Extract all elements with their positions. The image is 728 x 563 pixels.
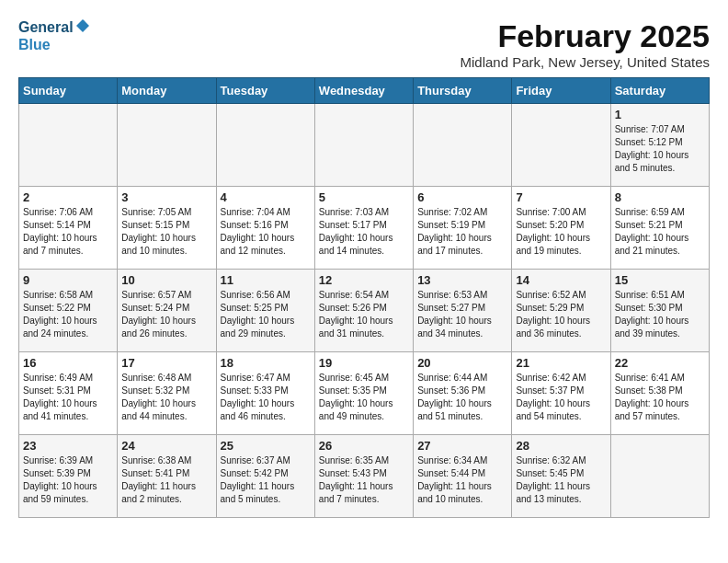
day-number: 14: [516, 273, 606, 287]
calendar-table: Sunday Monday Tuesday Wednesday Thursday…: [18, 77, 710, 518]
day-number: 19: [319, 356, 409, 370]
day-number: 9: [23, 273, 113, 287]
day-info: Sunrise: 6:32 AM Sunset: 5:45 PM Dayligh…: [516, 454, 606, 506]
calendar-title: February 2025: [460, 18, 710, 54]
day-info: Sunrise: 6:49 AM Sunset: 5:31 PM Dayligh…: [23, 372, 113, 423]
day-number: 10: [121, 273, 211, 287]
day-info: Sunrise: 6:34 AM Sunset: 5:44 PM Dayligh…: [417, 454, 507, 506]
calendar-cell: [314, 104, 413, 187]
day-info: Sunrise: 7:04 AM Sunset: 5:16 PM Dayligh…: [221, 206, 311, 258]
day-number: 13: [417, 273, 507, 287]
calendar-row-4: 16Sunrise: 6:49 AM Sunset: 5:31 PM Dayli…: [19, 352, 710, 435]
calendar-cell: 14Sunrise: 6:52 AM Sunset: 5:29 PM Dayli…: [512, 270, 610, 352]
calendar-cell: [610, 435, 709, 518]
day-number: 22: [615, 356, 705, 370]
calendar-row-1: 1Sunrise: 7:07 AM Sunset: 5:12 PM Daylig…: [19, 104, 710, 187]
header-sunday: Sunday: [19, 78, 118, 104]
day-number: 25: [221, 439, 311, 453]
day-number: 16: [23, 356, 113, 370]
day-info: Sunrise: 6:44 AM Sunset: 5:36 PM Dayligh…: [417, 372, 507, 423]
day-number: 21: [516, 356, 606, 370]
page-header: General Blue February 2025 Midland Park,…: [18, 18, 710, 70]
day-info: Sunrise: 6:56 AM Sunset: 5:25 PM Dayligh…: [221, 289, 311, 340]
header-monday: Monday: [118, 78, 216, 104]
day-number: 2: [23, 190, 113, 204]
day-info: Sunrise: 6:41 AM Sunset: 5:38 PM Dayligh…: [615, 372, 705, 423]
day-number: 1: [615, 108, 705, 121]
logo-text: General Blue: [18, 18, 90, 53]
day-info: Sunrise: 6:59 AM Sunset: 5:21 PM Dayligh…: [615, 206, 705, 258]
day-info: Sunrise: 6:39 AM Sunset: 5:39 PM Dayligh…: [23, 454, 113, 506]
calendar-cell: 26Sunrise: 6:35 AM Sunset: 5:43 PM Dayli…: [314, 435, 413, 518]
day-info: Sunrise: 7:00 AM Sunset: 5:20 PM Dayligh…: [516, 206, 606, 258]
calendar-cell: 12Sunrise: 6:54 AM Sunset: 5:26 PM Dayli…: [314, 270, 413, 352]
logo: General Blue: [18, 18, 90, 53]
day-info: Sunrise: 6:42 AM Sunset: 5:37 PM Dayligh…: [516, 372, 606, 423]
header-saturday: Saturday: [610, 78, 709, 104]
day-number: 8: [615, 190, 705, 204]
calendar-cell: [512, 104, 610, 187]
calendar-cell: 20Sunrise: 6:44 AM Sunset: 5:36 PM Dayli…: [414, 352, 512, 435]
calendar-cell: 1Sunrise: 7:07 AM Sunset: 5:12 PM Daylig…: [610, 104, 709, 187]
day-info: Sunrise: 7:05 AM Sunset: 5:15 PM Dayligh…: [121, 206, 211, 258]
calendar-cell: 8Sunrise: 6:59 AM Sunset: 5:21 PM Daylig…: [610, 187, 709, 270]
calendar-cell: [118, 104, 216, 187]
calendar-cell: 19Sunrise: 6:45 AM Sunset: 5:35 PM Dayli…: [314, 352, 413, 435]
calendar-cell: 10Sunrise: 6:57 AM Sunset: 5:24 PM Dayli…: [118, 270, 216, 352]
header-friday: Friday: [512, 78, 610, 104]
calendar-cell: 9Sunrise: 6:58 AM Sunset: 5:22 PM Daylig…: [19, 270, 118, 352]
calendar-cell: 18Sunrise: 6:47 AM Sunset: 5:33 PM Dayli…: [216, 352, 314, 435]
day-number: 24: [121, 439, 211, 453]
calendar-cell: 27Sunrise: 6:34 AM Sunset: 5:44 PM Dayli…: [414, 435, 512, 518]
day-info: Sunrise: 6:54 AM Sunset: 5:26 PM Dayligh…: [319, 289, 409, 340]
day-info: Sunrise: 6:51 AM Sunset: 5:30 PM Dayligh…: [615, 289, 705, 340]
calendar-cell: 15Sunrise: 6:51 AM Sunset: 5:30 PM Dayli…: [610, 270, 709, 352]
calendar-cell: 23Sunrise: 6:39 AM Sunset: 5:39 PM Dayli…: [19, 435, 118, 518]
day-info: Sunrise: 7:06 AM Sunset: 5:14 PM Dayligh…: [23, 206, 113, 258]
day-info: Sunrise: 6:52 AM Sunset: 5:29 PM Dayligh…: [516, 289, 606, 340]
calendar-row-3: 9Sunrise: 6:58 AM Sunset: 5:22 PM Daylig…: [19, 270, 710, 352]
calendar-cell: 11Sunrise: 6:56 AM Sunset: 5:25 PM Dayli…: [216, 270, 314, 352]
calendar-title-area: February 2025 Midland Park, New Jersey, …: [460, 18, 710, 70]
day-number: 15: [615, 273, 705, 287]
calendar-cell: 24Sunrise: 6:38 AM Sunset: 5:41 PM Dayli…: [118, 435, 216, 518]
day-info: Sunrise: 6:37 AM Sunset: 5:42 PM Dayligh…: [221, 454, 311, 506]
day-info: Sunrise: 6:35 AM Sunset: 5:43 PM Dayligh…: [319, 454, 409, 506]
calendar-cell: 13Sunrise: 6:53 AM Sunset: 5:27 PM Dayli…: [414, 270, 512, 352]
calendar-cell: 5Sunrise: 7:03 AM Sunset: 5:17 PM Daylig…: [314, 187, 413, 270]
day-info: Sunrise: 6:47 AM Sunset: 5:33 PM Dayligh…: [221, 372, 311, 423]
header-tuesday: Tuesday: [216, 78, 314, 104]
day-info: Sunrise: 7:07 AM Sunset: 5:12 PM Dayligh…: [615, 123, 705, 175]
day-info: Sunrise: 7:03 AM Sunset: 5:17 PM Dayligh…: [319, 206, 409, 258]
day-number: 3: [121, 190, 211, 204]
day-info: Sunrise: 6:57 AM Sunset: 5:24 PM Dayligh…: [121, 289, 211, 340]
day-number: 17: [121, 356, 211, 370]
calendar-cell: 3Sunrise: 7:05 AM Sunset: 5:15 PM Daylig…: [118, 187, 216, 270]
header-wednesday: Wednesday: [314, 78, 413, 104]
calendar-cell: 28Sunrise: 6:32 AM Sunset: 5:45 PM Dayli…: [512, 435, 610, 518]
day-number: 4: [221, 190, 311, 204]
weekday-header-row: Sunday Monday Tuesday Wednesday Thursday…: [19, 78, 710, 104]
day-number: 7: [516, 190, 606, 204]
day-info: Sunrise: 7:02 AM Sunset: 5:19 PM Dayligh…: [417, 206, 507, 258]
calendar-cell: 4Sunrise: 7:04 AM Sunset: 5:16 PM Daylig…: [216, 187, 314, 270]
logo-blue: Blue: [18, 37, 51, 52]
calendar-row-2: 2Sunrise: 7:06 AM Sunset: 5:14 PM Daylig…: [19, 187, 710, 270]
day-number: 26: [319, 439, 409, 453]
calendar-subtitle: Midland Park, New Jersey, United States: [460, 54, 710, 70]
calendar-cell: 2Sunrise: 7:06 AM Sunset: 5:14 PM Daylig…: [19, 187, 118, 270]
calendar-cell: 22Sunrise: 6:41 AM Sunset: 5:38 PM Dayli…: [610, 352, 709, 435]
day-info: Sunrise: 6:58 AM Sunset: 5:22 PM Dayligh…: [23, 289, 113, 340]
day-number: 20: [417, 356, 507, 370]
day-number: 6: [417, 190, 507, 204]
calendar-cell: 17Sunrise: 6:48 AM Sunset: 5:32 PM Dayli…: [118, 352, 216, 435]
day-info: Sunrise: 6:53 AM Sunset: 5:27 PM Dayligh…: [417, 289, 507, 340]
day-number: 27: [417, 439, 507, 453]
calendar-cell: 7Sunrise: 7:00 AM Sunset: 5:20 PM Daylig…: [512, 187, 610, 270]
calendar-cell: 16Sunrise: 6:49 AM Sunset: 5:31 PM Dayli…: [19, 352, 118, 435]
calendar-cell: [414, 104, 512, 187]
logo-general: General: [18, 19, 74, 35]
day-info: Sunrise: 6:38 AM Sunset: 5:41 PM Dayligh…: [121, 454, 211, 506]
calendar-cell: 25Sunrise: 6:37 AM Sunset: 5:42 PM Dayli…: [216, 435, 314, 518]
calendar-row-5: 23Sunrise: 6:39 AM Sunset: 5:39 PM Dayli…: [19, 435, 710, 518]
